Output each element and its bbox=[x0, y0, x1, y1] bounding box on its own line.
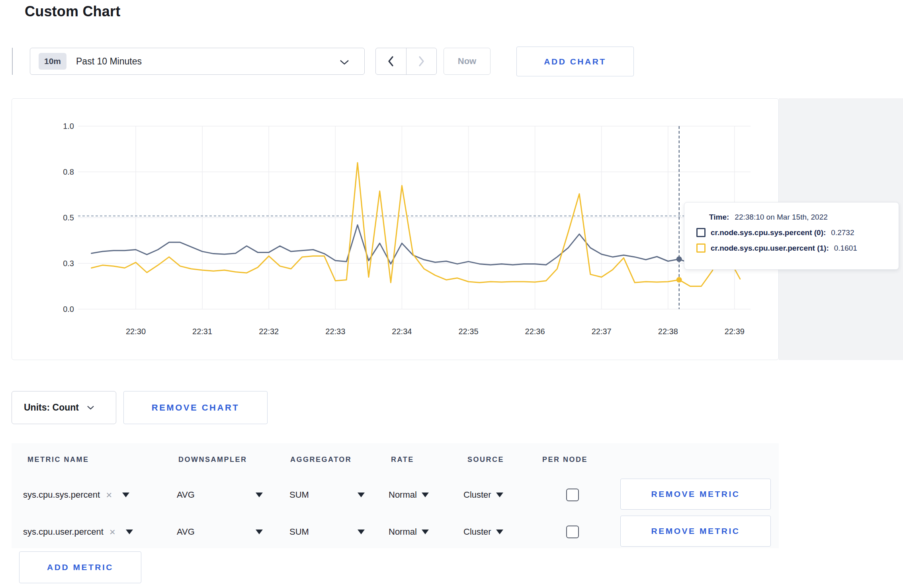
source-select[interactable]: Cluster bbox=[463, 527, 503, 537]
remove-chart-button[interactable]: REMOVE CHART bbox=[123, 391, 268, 424]
rate-select[interactable]: Normal bbox=[389, 527, 429, 537]
x-axis-tick-label: 22:34 bbox=[392, 327, 412, 336]
time-range-label: Past 10 Minutes bbox=[76, 56, 142, 67]
per-node-checkbox[interactable] bbox=[566, 526, 579, 538]
tooltip-series-label: cr.node.sys.cpu.user.percent (1): bbox=[711, 244, 829, 253]
toolbar-divider bbox=[12, 48, 13, 75]
hover-point-dot bbox=[676, 256, 682, 262]
rate-value: Normal bbox=[389, 490, 417, 500]
chart-card: 0.00.30.50.81.022:3022:3122:3222:3322:34… bbox=[12, 98, 779, 360]
now-button[interactable]: Now bbox=[444, 48, 491, 75]
series-swatch-icon bbox=[696, 243, 706, 253]
page-title: Custom Chart bbox=[25, 3, 120, 20]
time-range-badge: 10m bbox=[39, 53, 66, 70]
y-axis-tick-label: 1.0 bbox=[63, 122, 74, 130]
units-dropdown[interactable]: Units: Count bbox=[12, 391, 116, 424]
y-axis-tick-label: 0.0 bbox=[63, 305, 74, 313]
downsampler-select[interactable]: AVG bbox=[177, 490, 263, 500]
tooltip-series-label: cr.node.sys.cpu.sys.percent (0): bbox=[711, 228, 826, 237]
dropdown-arrow-icon bbox=[422, 530, 429, 534]
downsampler-value: AVG bbox=[177, 490, 195, 500]
source-value: Cluster bbox=[463, 527, 491, 537]
rate-value: Normal bbox=[389, 527, 417, 537]
series-line bbox=[92, 225, 735, 265]
downsampler-select[interactable]: AVG bbox=[177, 527, 263, 537]
per-node-checkbox[interactable] bbox=[566, 489, 579, 501]
clear-metric-icon[interactable]: × bbox=[109, 527, 115, 537]
chevron-down-icon bbox=[87, 404, 94, 411]
add-chart-button[interactable]: ADD CHART bbox=[516, 47, 634, 76]
aggregator-value: SUM bbox=[289, 490, 309, 500]
source-select[interactable]: Cluster bbox=[463, 490, 503, 500]
tooltip-time-label: Time: bbox=[709, 213, 729, 221]
tooltip-time-value: 22:38:10 on Mar 15th, 2022 bbox=[735, 213, 827, 221]
column-header-aggregator: AGGREGATOR bbox=[290, 456, 352, 464]
metric-name-value: sys.cpu.sys.percent bbox=[23, 490, 100, 500]
x-axis-tick-label: 22:32 bbox=[259, 327, 279, 336]
remove-metric-button[interactable]: REMOVE METRIC bbox=[620, 479, 771, 510]
aggregator-select[interactable]: SUM bbox=[289, 490, 365, 500]
time-pager bbox=[375, 48, 437, 75]
x-axis-tick-label: 22:33 bbox=[325, 327, 345, 336]
tooltip-series-row: cr.node.sys.cpu.user.percent (1): 0.1601 bbox=[696, 243, 899, 253]
tooltip-series-row: cr.node.sys.cpu.sys.percent (0): 0.2732 bbox=[696, 228, 899, 237]
column-header-metric-name: METRIC NAME bbox=[27, 456, 89, 464]
aggregator-value: SUM bbox=[289, 527, 309, 537]
aggregator-select[interactable]: SUM bbox=[289, 527, 365, 537]
prev-time-button[interactable] bbox=[376, 48, 406, 74]
dropdown-arrow-icon bbox=[358, 530, 365, 534]
dropdown-arrow-icon bbox=[358, 493, 365, 497]
y-axis-tick-label: 0.5 bbox=[63, 213, 74, 222]
column-header-downsampler: DOWNSAMPLER bbox=[178, 456, 247, 464]
clear-metric-icon[interactable]: × bbox=[106, 490, 112, 500]
y-axis-tick-label: 0.8 bbox=[63, 167, 74, 176]
dropdown-arrow-icon bbox=[256, 493, 263, 497]
next-time-button[interactable] bbox=[407, 48, 437, 74]
y-axis-tick-label: 0.3 bbox=[63, 259, 74, 268]
units-label: Units: Count bbox=[24, 402, 79, 413]
custom-chart-page: Custom Chart 10m Past 10 Minutes Now ADD… bbox=[0, 0, 903, 588]
x-axis-tick-label: 22:37 bbox=[592, 327, 612, 336]
tooltip-series-value: 0.1601 bbox=[834, 244, 857, 253]
chart-tooltip: Time:22:38:10 on Mar 15th, 2022 cr.node.… bbox=[684, 202, 899, 270]
hover-point-dot bbox=[676, 277, 682, 282]
rate-select[interactable]: Normal bbox=[389, 490, 429, 500]
dropdown-arrow-icon[interactable] bbox=[126, 530, 133, 534]
metric-row: sys.cpu.sys.percent×AVGSUMNormalClusterR… bbox=[12, 476, 779, 513]
x-axis-tick-label: 22:30 bbox=[126, 327, 146, 336]
column-header-per-node: PER NODE bbox=[542, 456, 588, 464]
chevron-down-icon bbox=[340, 59, 349, 66]
dropdown-arrow-icon[interactable] bbox=[122, 493, 129, 497]
dropdown-arrow-icon bbox=[496, 493, 503, 497]
x-axis-tick-label: 22:38 bbox=[658, 327, 678, 336]
remove-metric-button[interactable]: REMOVE METRIC bbox=[620, 516, 771, 547]
column-header-rate: RATE bbox=[391, 456, 414, 464]
tooltip-time: Time:22:38:10 on Mar 15th, 2022 bbox=[709, 213, 899, 222]
downsampler-value: AVG bbox=[177, 527, 195, 537]
dropdown-arrow-icon bbox=[496, 530, 503, 534]
metric-name-select[interactable]: sys.cpu.user.percent× bbox=[23, 527, 133, 537]
x-axis-tick-label: 22:36 bbox=[525, 327, 545, 336]
line-chart[interactable]: 0.00.30.50.81.022:3022:3122:3222:3322:34… bbox=[12, 99, 778, 360]
metrics-table: METRIC NAME DOWNSAMPLER AGGREGATOR RATE … bbox=[12, 443, 779, 548]
series-line bbox=[92, 163, 740, 286]
time-range-dropdown[interactable]: 10m Past 10 Minutes bbox=[30, 48, 365, 75]
dropdown-arrow-icon bbox=[422, 493, 429, 497]
x-axis-tick-label: 22:35 bbox=[458, 327, 478, 336]
x-axis-tick-label: 22:31 bbox=[192, 327, 212, 336]
metric-row: sys.cpu.user.percent×AVGSUMNormalCluster… bbox=[12, 513, 779, 550]
series-swatch-icon bbox=[696, 228, 706, 237]
metric-name-select[interactable]: sys.cpu.sys.percent× bbox=[23, 490, 129, 500]
tooltip-series-value: 0.2732 bbox=[831, 228, 854, 237]
column-header-source: SOURCE bbox=[467, 456, 504, 464]
metric-name-value: sys.cpu.user.percent bbox=[23, 527, 104, 537]
source-value: Cluster bbox=[463, 490, 491, 500]
dropdown-arrow-icon bbox=[256, 530, 263, 534]
add-metric-button[interactable]: ADD METRIC bbox=[19, 551, 141, 583]
x-axis-tick-label: 22:39 bbox=[725, 327, 745, 336]
